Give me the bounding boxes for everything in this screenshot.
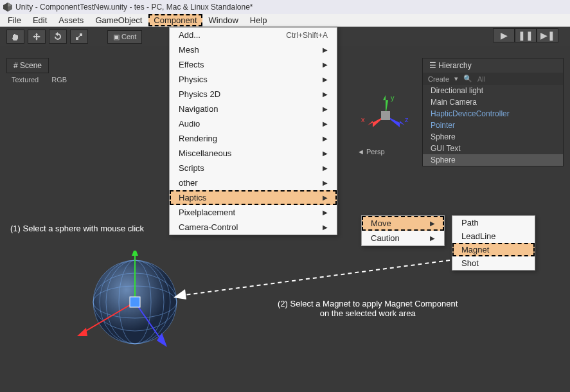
axis-y-label: y [391,94,395,102]
menu-component[interactable]: Component [148,14,202,26]
scene-orientation-gizmo[interactable]: y z x ◄ Persp [360,90,411,144]
menu-item-rendering[interactable]: Rendering▶ [170,131,337,146]
scale-icon [75,32,84,41]
hierarchy-item[interactable]: Directional light [423,85,563,96]
svg-rect-9 [381,111,390,120]
chevron-right-icon: ▶ [323,150,328,157]
axis-z-label: z [405,116,409,123]
axis-x-label: x [361,116,365,123]
submenu-item-leadline[interactable]: LeadLine [452,229,535,243]
move-submenu: Path LeadLine Magnet Shot [452,215,535,271]
menu-item-audio[interactable]: Audio▶ [170,116,337,131]
chevron-right-icon: ▶ [323,76,328,83]
chevron-right-icon: ▶ [323,179,328,186]
submenu-item-magnet[interactable]: Magnet [452,243,535,256]
hierarchy-panel: ☰ Hierarchy Create▾ 🔍 Directional light … [422,58,564,166]
chevron-right-icon: ▶ [323,194,328,201]
menu-file[interactable]: File [3,15,26,26]
step-icon: ▶❚ [540,30,555,40]
chevron-right-icon: ▶ [430,235,435,242]
tool-hand[interactable] [6,30,24,44]
menubar: File Edit Assets GameObject Component Wi… [0,14,570,27]
chevron-right-icon: ▶ [430,220,435,227]
scene-panel: # Scene Textured RGB [6,58,167,86]
menu-item-camera-control[interactable]: Camera-Control▶ [170,220,337,235]
menu-item-haptics[interactable]: Haptics▶ [170,190,337,205]
svg-marker-25 [174,289,186,299]
tool-scale[interactable] [70,30,88,44]
haptics-submenu: Move▶ Caution▶ [361,215,445,246]
hierarchy-create[interactable]: Create [428,75,449,83]
hierarchy-item[interactable]: GUI Text [423,143,563,154]
annotation-1: (1) Select a sphere with mouse click [10,224,144,233]
menu-item-other[interactable]: other▶ [170,175,337,190]
play-button[interactable]: ▶ [493,28,515,42]
chevron-right-icon: ▶ [323,135,328,142]
rotate-icon [53,32,62,41]
pause-icon: ❚❚ [518,30,533,40]
tool-rotate[interactable] [49,30,67,44]
pause-button[interactable]: ❚❚ [515,28,537,42]
svg-line-5 [78,36,80,37]
chevron-right-icon: ▶ [323,91,328,98]
menu-item-pixelplacement[interactable]: Pixelplacement▶ [170,205,337,220]
chevron-right-icon: ▶ [323,46,328,53]
chevron-right-icon: ▶ [323,105,328,112]
hierarchy-search[interactable] [477,75,516,83]
submenu-item-move[interactable]: Move▶ [362,216,444,231]
chevron-right-icon: ▶ [323,209,328,216]
tool-move[interactable] [28,30,46,44]
search-icon: 🔍 [463,75,472,83]
component-menu: Add... Ctrl+Shift+A Mesh▶ Effects▶ Physi… [169,27,337,235]
projection-label[interactable]: ◄ Persp [357,148,385,156]
hand-icon [11,32,20,41]
menu-gameobject[interactable]: GameObject [90,15,147,26]
play-controls: ▶ ❚❚ ▶❚ [493,28,558,42]
annotation-arrow [167,257,456,308]
hierarchy-item[interactable]: Main Camera [423,96,563,108]
move-icon [32,32,41,41]
menu-window[interactable]: Window [204,15,244,26]
menu-item-scripts[interactable]: Scripts▶ [170,161,337,175]
play-icon: ▶ [501,30,508,40]
hierarchy-item-selected[interactable]: Sphere [423,154,563,166]
svg-rect-23 [130,297,140,307]
menu-item-navigation[interactable]: Navigation▶ [170,102,337,116]
hierarchy-item[interactable]: Sphere [423,131,563,143]
menu-assets[interactable]: Assets [53,15,89,26]
menu-item-effects[interactable]: Effects▶ [170,57,337,72]
menu-item-physics[interactable]: Physics▶ [170,72,337,87]
svg-line-24 [180,260,450,296]
hierarchy-item[interactable]: HapticDeviceController [423,108,563,120]
submenu-item-shot[interactable]: Shot [452,256,535,270]
menu-edit[interactable]: Edit [28,15,52,26]
hierarchy-tab[interactable]: ☰ Hierarchy [423,58,563,73]
menu-item-add[interactable]: Add... Ctrl+Shift+A [170,28,337,42]
unity-logo-icon [3,2,13,12]
chevron-right-icon: ▶ [323,224,328,231]
menu-item-physics2d[interactable]: Physics 2D▶ [170,87,337,102]
step-button[interactable]: ▶❚ [537,28,558,42]
menu-item-mesh[interactable]: Mesh▶ [170,42,337,57]
hierarchy-item[interactable]: Pointer [423,120,563,131]
submenu-item-path[interactable]: Path [452,216,535,229]
scene-tab[interactable]: # Scene [6,58,49,73]
menu-help[interactable]: Help [245,15,272,26]
window-title: Unity - ComponentTestNew.unity - tes - P… [15,3,253,12]
scene-render-mode[interactable]: Textured [12,76,39,84]
window-titlebar: Unity - ComponentTestNew.unity - tes - P… [0,0,570,14]
menu-item-miscellaneous[interactable]: Miscellaneous▶ [170,146,337,161]
svg-rect-3 [76,37,78,40]
chevron-right-icon: ▶ [323,120,328,127]
svg-rect-4 [80,33,82,36]
chevron-right-icon: ▶ [323,165,328,172]
chevron-right-icon: ▶ [323,61,328,68]
scene-color-mode[interactable]: RGB [51,76,67,84]
pivot-center[interactable]: ▣ Cent [107,30,142,44]
submenu-item-caution[interactable]: Caution▶ [362,231,444,245]
svg-marker-20 [77,328,87,336]
svg-marker-18 [132,251,138,256]
